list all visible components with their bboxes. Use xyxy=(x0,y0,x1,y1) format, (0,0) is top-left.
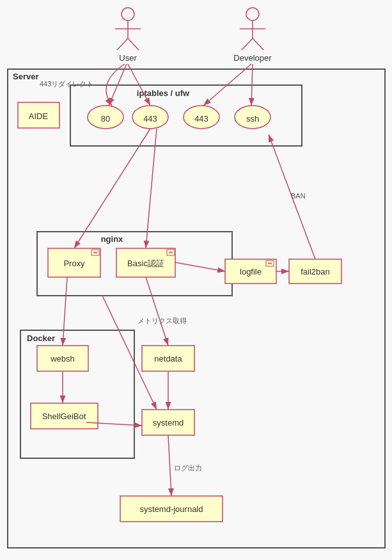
port443a-label: 443 xyxy=(143,114,157,124)
systemdjournald-label: systemd-journald xyxy=(140,504,203,514)
docker-label: Docker xyxy=(27,333,55,343)
basicauth-icon-inner xyxy=(169,252,173,253)
developer-label: Developer xyxy=(233,53,272,63)
logfile-icon-inner xyxy=(268,262,272,264)
netdata-label: netdata xyxy=(154,354,182,364)
shellgeibot-label: ShellGeiBot xyxy=(42,412,86,421)
diagram-container: User Developer Server iptables / ufw 80 … xyxy=(0,0,392,560)
portssh-label: ssh xyxy=(246,114,259,124)
logfile-label: logfile xyxy=(240,267,262,276)
user-label: User xyxy=(119,53,137,63)
redirect-label: 443リダイレクト xyxy=(40,80,93,88)
proxy-label: Proxy xyxy=(63,259,85,268)
metrics-label: メトリクス取得 xyxy=(137,317,187,324)
proxy-icon-inner xyxy=(93,252,97,253)
log-output-label: ログ出力 xyxy=(174,464,202,472)
iptables-label: iptables / ufw xyxy=(137,88,190,98)
nginx-label: nginx xyxy=(101,234,123,244)
server-label: Server xyxy=(13,72,38,81)
fail2ban-label: fail2ban xyxy=(301,267,330,276)
systemd-label: systemd xyxy=(153,418,184,428)
aide-label: AIDE xyxy=(29,111,49,121)
port80-label: 80 xyxy=(101,114,110,124)
port443b-label: 443 xyxy=(194,114,208,124)
websh-label: websh xyxy=(50,354,75,364)
basicauth-label: Basic認証 xyxy=(127,259,164,268)
ban-label: BAN xyxy=(291,192,306,200)
